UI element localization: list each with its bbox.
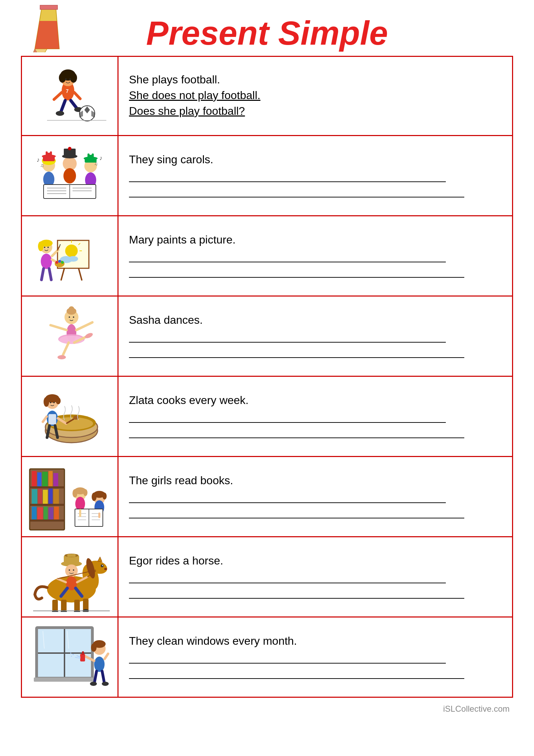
svg-line-18 [61, 100, 65, 112]
blank-line-1[interactable] [129, 574, 446, 583]
page-title: Present Simple [21, 14, 513, 52]
blank-with-q: ? [129, 186, 502, 200]
svg-rect-121 [42, 472, 48, 486]
svg-rect-119 [32, 471, 37, 486]
image-cell-painting [21, 216, 119, 297]
carols-illustration: ♪ ♪ ♫ ♫ [26, 141, 113, 211]
svg-point-203 [71, 656, 72, 657]
svg-point-12 [59, 73, 66, 83]
svg-line-17 [74, 92, 80, 99]
svg-rect-117 [30, 504, 64, 506]
svg-rect-165 [83, 599, 89, 611]
blank-with-q: ? [129, 587, 502, 601]
svg-point-14 [65, 78, 67, 80]
windows-illustration [26, 622, 113, 692]
svg-point-202 [73, 654, 74, 655]
text-cell-football: She plays football. She does not play fo… [119, 56, 513, 136]
svg-point-204 [70, 652, 71, 653]
svg-point-76 [58, 260, 61, 263]
svg-rect-133 [54, 507, 59, 519]
sentence-main: They sing carols. [129, 153, 502, 166]
sentence-1: She plays football. [129, 73, 502, 86]
painting-illustration [26, 221, 113, 291]
blank-line-2[interactable] [129, 669, 464, 679]
svg-point-87 [73, 316, 74, 318]
svg-line-92 [76, 322, 92, 330]
svg-line-19 [71, 100, 77, 108]
svg-rect-130 [37, 507, 43, 519]
svg-point-142 [102, 493, 107, 500]
svg-point-175 [69, 569, 70, 571]
svg-point-32 [47, 150, 50, 153]
text-cell-carols: They sing carols. ? [119, 136, 513, 216]
svg-rect-1 [40, 5, 58, 9]
svg-line-91 [51, 325, 67, 330]
svg-point-194 [91, 643, 97, 652]
svg-point-141 [92, 493, 97, 501]
sentence-main: Mary paints a picture. [129, 233, 502, 246]
blank-line-1[interactable] [129, 172, 446, 182]
image-cell-windows [21, 617, 119, 698]
blank-line-2[interactable] [129, 188, 464, 197]
svg-rect-108 [48, 414, 56, 425]
sentence-main: They clean windows every month. [129, 635, 502, 648]
blank-line-1[interactable] [129, 333, 446, 343]
svg-rect-162 [52, 600, 58, 612]
blank-line-2[interactable] [129, 268, 464, 278]
blank-line-1[interactable] [129, 654, 446, 664]
pencil-icon [28, 3, 91, 60]
svg-point-44 [89, 152, 92, 155]
svg-point-71 [47, 247, 49, 248]
svg-point-95 [58, 355, 66, 359]
svg-point-72 [41, 254, 52, 269]
blank-line-1[interactable] [129, 253, 446, 262]
svg-rect-128 [53, 489, 59, 504]
image-cell-football: 7 [21, 56, 119, 136]
svg-point-69 [38, 241, 44, 251]
exercise-row: ♪ ♪ ♫ ♫ They sing carols. ? [21, 136, 513, 216]
sentence-main: Zlata cooks every week. [129, 394, 502, 407]
svg-rect-118 [30, 519, 64, 522]
svg-point-104 [56, 397, 61, 404]
sentence-3: Does she play football? [129, 105, 502, 118]
blank-line-1[interactable] [129, 413, 446, 423]
svg-point-61 [65, 245, 78, 257]
svg-point-176 [73, 569, 74, 571]
svg-line-205 [94, 671, 97, 682]
sentence-main: The girls read books. [129, 474, 502, 487]
svg-point-70 [44, 247, 45, 248]
blank-line-2[interactable] [129, 589, 464, 599]
svg-rect-116 [30, 486, 64, 488]
text-cell-dancing: Sasha dances. ? [119, 297, 513, 377]
text-cell-reading: The girls read books. ? [119, 457, 513, 537]
image-cell-reading [21, 457, 119, 537]
text-cell-windows: They clean windows every month. ? [119, 617, 513, 698]
svg-rect-120 [37, 472, 41, 486]
svg-text:♪: ♪ [99, 155, 102, 162]
svg-point-20 [56, 111, 64, 116]
svg-rect-129 [32, 507, 37, 519]
text-cell-cooking: Zlata cooks every week. ? [119, 377, 513, 457]
dancing-illustration [26, 301, 113, 371]
sentence-2: She does not play football. [129, 89, 502, 102]
svg-rect-123 [53, 473, 58, 486]
svg-rect-164 [74, 600, 80, 612]
svg-line-82 [49, 269, 51, 280]
svg-rect-127 [48, 488, 53, 504]
svg-point-75 [55, 261, 58, 264]
svg-point-77 [61, 261, 64, 264]
blank-line-1[interactable] [129, 493, 446, 503]
blank-line-2[interactable] [129, 348, 464, 358]
exercise-row: They clean windows every month. ? [21, 617, 513, 698]
blank-line-2[interactable] [129, 428, 464, 438]
svg-text:♪: ♪ [37, 156, 40, 163]
svg-rect-198 [80, 654, 85, 661]
svg-rect-189 [34, 678, 95, 682]
svg-text:♫: ♫ [40, 163, 44, 168]
blank-line-2[interactable] [129, 509, 464, 518]
svg-rect-126 [43, 490, 48, 504]
football-illustration: 7 [26, 61, 113, 131]
svg-line-110 [43, 417, 47, 422]
svg-marker-161 [98, 557, 102, 562]
svg-line-81 [41, 269, 44, 280]
